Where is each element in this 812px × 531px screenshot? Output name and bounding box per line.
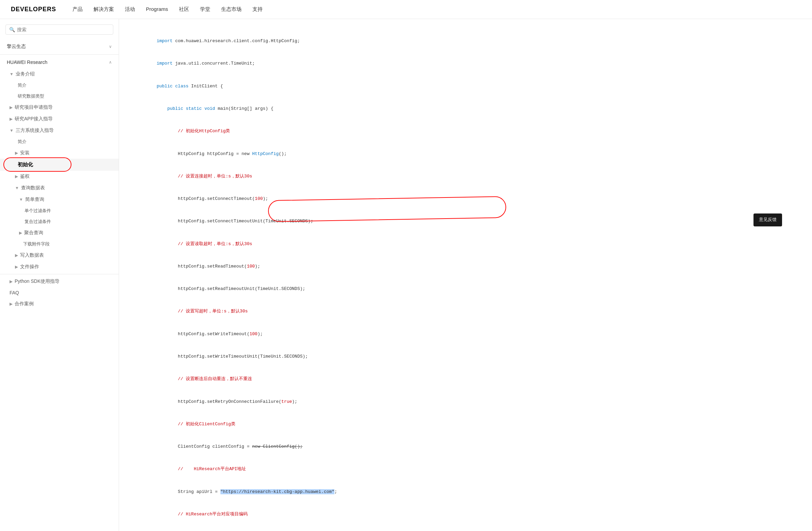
sidebar-item-cases[interactable]: ▶ 合作案例 [0, 298, 119, 310]
expand-icon-9: ▶ [19, 231, 22, 235]
sidebar-divider-2 [0, 274, 119, 274]
code-line-10: // 设置读取超时，单位:s，默认30s [135, 233, 796, 255]
sidebar-item-auth[interactable]: ▶ 鉴权 [0, 171, 119, 182]
nav-ecosystem[interactable]: 生态市场 [221, 6, 242, 12]
code-line-21: String apiUrl = "https://hiresearch-kit.… [135, 481, 796, 503]
kw-static: static [186, 106, 202, 111]
kw-100-2: 100 [247, 264, 255, 269]
sidebar-search-box[interactable]: 🔍 [5, 25, 113, 35]
code-line-2: import java.util.concurrent.TimeUnit; [135, 53, 796, 75]
sidebar-item-simple-query[interactable]: ▼ 简单查询 [0, 194, 119, 205]
kw-httpcfg: HttpConfig [252, 151, 279, 157]
sidebar-item-write-table-label: 写入数据表 [20, 252, 44, 259]
sidebar-item-file-ops[interactable]: ▶ 文件操作 [0, 261, 119, 272]
sidebar-item-compound-filter[interactable]: 复合过滤条件 [0, 216, 119, 227]
nav-academy[interactable]: 学堂 [200, 6, 210, 12]
sidebar-item-app-guide-label: 研究APP接入指导 [15, 116, 53, 122]
sidebar-item-python-sdk[interactable]: ▶ Python SDK使用指导 [0, 276, 119, 287]
code-line-17: httpConfig.setRetryOnConnectionFailure(t… [135, 390, 796, 413]
code-line-11: httpConfig.setReadTimeout(100); [135, 255, 796, 278]
kw-public-1: public [157, 84, 173, 89]
kw-import-2: import [157, 61, 173, 66]
search-input[interactable] [17, 27, 110, 32]
sidebar-item-install[interactable]: ▶ 安装 [0, 147, 119, 159]
expand-icon-12: ▶ [10, 279, 13, 284]
sidebar-item-single-filter[interactable]: 单个过滤条件 [0, 205, 119, 216]
sidebar: 🔍 擎云生态 ∨ HUAWEI Research ∧ ▼ 业务介绍 简介 研究数… [0, 19, 119, 531]
code-line-23: String projectCode = "<yourProjectCode>"… [135, 526, 796, 531]
code-line-8: httpConfig.setConnectTimeout(100); [135, 188, 796, 210]
init-annotation-circle [3, 158, 71, 172]
code-line-18: // 初始化ClientConfig类 [135, 413, 796, 436]
nav-solutions[interactable]: 解决方案 [93, 6, 114, 12]
sidebar-item-query-table-label: 查询数据表 [21, 185, 45, 191]
code-line-5: // 初始化HttpConfig类 [135, 120, 796, 143]
nav-links: 产品 解决方案 活动 Programs 社区 学堂 生态市场 支持 [72, 6, 263, 13]
nav-community[interactable]: 社区 [179, 6, 189, 12]
main-layout: 🔍 擎云生态 ∨ HUAWEI Research ∧ ▼ 业务介绍 简介 研究数… [0, 19, 812, 531]
expand-icon-2: ▶ [10, 105, 13, 110]
sidebar-item-third-party[interactable]: ▼ 三方系统接入指导 [0, 125, 119, 136]
expand-icon-10: ▶ [15, 253, 18, 258]
sidebar-item-business-intro-label: 业务介绍 [16, 71, 35, 77]
code-line-14: httpConfig.setWriteTimeout(100); [135, 323, 796, 345]
sidebar-item-project-guide[interactable]: ▶ 研究项目申请指导 [0, 102, 119, 113]
code-line-9: httpConfig.setConnectTimeoutUnit(TimeUni… [135, 210, 796, 233]
code-line-15: httpConfig.setWriteTimeoutUnit(TimeUnit.… [135, 345, 796, 368]
sidebar-item-business-intro[interactable]: ▼ 业务介绍 [0, 68, 119, 80]
expand-icon-6: ▶ [15, 174, 18, 179]
sidebar-group-qingyun[interactable]: 擎云生态 ∨ [0, 40, 119, 53]
sidebar-item-jianjie2[interactable]: 简介 [0, 136, 119, 147]
kw-100-3: 100 [249, 331, 257, 337]
sidebar-item-agg-query-label: 聚合查询 [24, 230, 43, 236]
code-line-19: ClientConfig clientConfig = new ClientCo… [135, 436, 796, 458]
nav-programs[interactable]: Programs [146, 6, 168, 12]
expand-icon-3: ▶ [10, 117, 13, 121]
comment-4: // 设置写超时，单位:s，默认30s [157, 309, 248, 314]
kw-strikethrough: new ClientConfig(); [252, 444, 302, 449]
kw-void: void [204, 106, 215, 111]
expand-icon-4: ▼ [10, 128, 14, 133]
sidebar-group-huawei-research[interactable]: HUAWEI Research ∧ [0, 56, 119, 68]
sidebar-item-download-field[interactable]: 下载附件字段 [0, 239, 119, 250]
code-line-22: // HiResearch平台对应项目编码 [135, 503, 796, 526]
topnav: DEVELOPERS 产品 解决方案 活动 Programs 社区 学堂 生态市… [0, 0, 812, 19]
qingyun-arrow: ∨ [109, 44, 112, 49]
nav-support[interactable]: 支持 [252, 6, 263, 12]
kw-true: true [281, 399, 292, 404]
code-line-20: // HiResearch平台API地址 [135, 458, 796, 480]
sidebar-item-faq-label: FAQ [10, 290, 19, 295]
hr-arrow: ∧ [109, 60, 112, 64]
sidebar-item-app-guide[interactable]: ▶ 研究APP接入指导 [0, 113, 119, 125]
code-line-16: // 设置断连后自动重连，默认不重连 [135, 368, 796, 390]
sidebar-item-write-table[interactable]: ▶ 写入数据表 [0, 250, 119, 261]
sidebar-item-faq[interactable]: FAQ [0, 287, 119, 298]
comment-5: // 设置断连后自动重连，默认不重连 [157, 376, 252, 381]
feedback-button[interactable]: 意见反馈 [754, 213, 782, 226]
sidebar-item-datatype[interactable]: 研究数据类型 [0, 91, 119, 102]
code-line-3: public class InitClient { [135, 75, 796, 98]
comment-3: // 设置读取超时，单位:s，默认30s [157, 241, 252, 247]
code-line-7: // 设置连接超时，单位:s，默认30s [135, 165, 796, 188]
code-line-4: public static void main(String[] args) { [135, 98, 796, 120]
comment-7: // HiResearch平台API地址 [157, 467, 246, 472]
sidebar-item-jianjie1[interactable]: 简介 [0, 80, 119, 91]
comment-2: // 设置连接超时，单位:s，默认30s [157, 174, 252, 179]
code-line-6: HttpConfig httpConfig = new HttpConfig()… [135, 143, 796, 165]
search-icon: 🔍 [9, 27, 15, 32]
nav-product[interactable]: 产品 [72, 6, 83, 12]
sidebar-item-cases-label: 合作案例 [15, 301, 34, 307]
sidebar-item-agg-query[interactable]: ▶ 聚合查询 [0, 227, 119, 239]
brand-logo[interactable]: DEVELOPERS [11, 6, 56, 13]
sidebar-item-init-label: 初始化 [18, 161, 33, 168]
sidebar-item-python-sdk-label: Python SDK使用指导 [15, 278, 59, 284]
kw-100-1: 100 [255, 196, 263, 201]
sidebar-divider-1 [0, 54, 119, 55]
kw-class-1: class [175, 84, 188, 89]
sidebar-item-file-ops-label: 文件操作 [20, 264, 39, 270]
code-line-12: httpConfig.setReadTimeoutUnit(TimeUnit.S… [135, 278, 796, 300]
sidebar-item-init[interactable]: 初始化 [0, 159, 119, 171]
nav-activities[interactable]: 活动 [125, 6, 135, 12]
sidebar-item-query-table[interactable]: ▼ 查询数据表 [0, 182, 119, 194]
main-content: import com.huawei.hiresearch.client.conf… [119, 19, 812, 531]
